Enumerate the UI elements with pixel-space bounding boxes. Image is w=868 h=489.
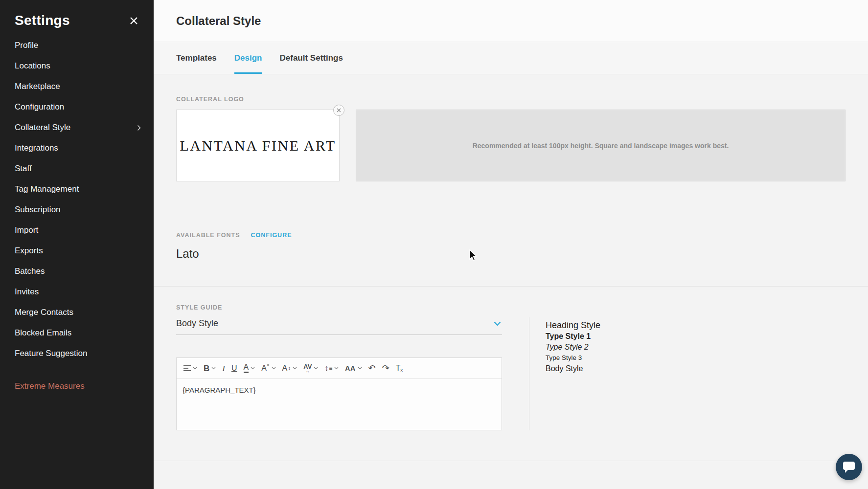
preview-body-style: Body Style xyxy=(546,363,600,374)
toolbar-font-family-button[interactable]: A≡ xyxy=(258,362,278,375)
font-size-icon: A xyxy=(282,364,288,372)
line-height-icon: ↕ xyxy=(324,364,328,372)
sidebar-item-blocked-emails[interactable]: Blocked Emails xyxy=(0,323,154,343)
sidebar-item-import[interactable]: Import xyxy=(0,220,154,241)
remove-logo-button[interactable] xyxy=(333,105,344,116)
sidebar-item-label: Marketplace xyxy=(15,82,60,91)
underline-icon: U xyxy=(231,364,237,372)
sidebar-item-label: Tag Management xyxy=(15,184,79,194)
sidebar-item-marketplace[interactable]: Marketplace xyxy=(0,76,154,97)
sidebar-item-label: Collateral Style xyxy=(15,123,70,133)
line-height-modifier: ≡ xyxy=(329,365,332,371)
toolbar-font-size-button[interactable]: A↕ xyxy=(279,362,300,375)
chevron-down-icon xyxy=(193,367,197,370)
sidebar-item-exports[interactable]: Exports xyxy=(0,241,154,261)
dropzone-hint: Recommended at least 100px height. Squar… xyxy=(473,142,729,150)
sidebar-item-integrations[interactable]: Integrations xyxy=(0,138,154,158)
toolbar-align-button[interactable] xyxy=(181,363,200,374)
sidebar-item-batches[interactable]: Batches xyxy=(0,261,154,282)
capitalization-icon: AA xyxy=(345,365,355,372)
sidebar-header: Settings xyxy=(0,0,154,35)
sidebar-item-invites[interactable]: Invites xyxy=(0,282,154,302)
sidebar-item-label: Merge Contacts xyxy=(15,308,73,317)
sidebar-item-configuration[interactable]: Configuration xyxy=(0,97,154,117)
collateral-logo-section: COLLATERAL LOGO LANTANA FINE ART Recomme… xyxy=(154,74,868,212)
sidebar-item-label: Profile xyxy=(15,41,38,50)
sidebar-item-label: Invites xyxy=(15,287,39,297)
tab-templates[interactable]: Templates xyxy=(176,42,217,74)
sidebar-item-label: Integrations xyxy=(15,143,58,153)
sidebar-item-subscription[interactable]: Subscription xyxy=(0,200,154,220)
chevron-down-icon xyxy=(494,321,501,326)
italic-icon: I xyxy=(222,364,225,373)
chevron-down-icon xyxy=(314,367,318,370)
rich-text-editor: BIUAA≡A↕AV↔↕≡AA↶↷Tx {PARAGRAPH_TEXT} xyxy=(176,357,502,430)
collateral-logo-label: COLLATERAL LOGO xyxy=(176,96,845,103)
style-preview-panel: Heading StyleType Style 1Type Style 2Typ… xyxy=(529,317,600,430)
tab-design[interactable]: Design xyxy=(234,42,262,74)
clear-formatting-modifier: x xyxy=(401,368,403,373)
sidebar-item-merge-contacts[interactable]: Merge Contacts xyxy=(0,302,154,323)
editor-toolbar: BIUAA≡A↕AV↔↕≡AA↶↷Tx xyxy=(177,358,502,379)
font-name: Lato xyxy=(176,247,845,261)
undo-icon: ↶ xyxy=(368,364,376,373)
toolbar-capitalization-button[interactable]: AA xyxy=(342,362,365,374)
sidebar-item-extreme-measures[interactable]: Extreme Measures xyxy=(0,376,154,397)
toolbar-line-height-button[interactable]: ↕≡ xyxy=(321,362,342,375)
toolbar-letter-spacing-button[interactable]: AV↔ xyxy=(300,361,321,376)
toolbar-italic-button[interactable]: I xyxy=(219,362,228,375)
sidebar-item-profile[interactable]: Profile xyxy=(0,35,154,56)
redo-icon: ↷ xyxy=(382,364,389,373)
align-left-icon xyxy=(183,365,191,371)
sidebar-item-locations[interactable]: Locations xyxy=(0,56,154,76)
sidebar-item-label: Blocked Emails xyxy=(15,328,71,338)
available-fonts-section: AVAILABLE FONTS CONFIGURE Lato xyxy=(154,212,868,287)
toolbar-clear-formatting-button[interactable]: Tx xyxy=(393,362,406,375)
chat-bubble-icon xyxy=(843,461,855,473)
clear-formatting-icon: T xyxy=(396,364,401,372)
toolbar-text-color-button[interactable]: A xyxy=(241,361,258,376)
page-title: Collateral Style xyxy=(176,14,261,28)
sidebar-item-feature-suggestion[interactable]: Feature Suggestion xyxy=(0,343,154,364)
logo-dropzone[interactable]: Recommended at least 100px height. Squar… xyxy=(356,110,845,181)
chevron-down-icon xyxy=(293,367,297,370)
sidebar-item-staff[interactable]: Staff xyxy=(0,158,154,179)
font-family-icon: A xyxy=(261,364,267,372)
preview-type-style-1: Type Style 1 xyxy=(546,331,600,342)
sidebar-nav: ProfileLocationsMarketplaceConfiguration… xyxy=(0,35,154,364)
chevron-down-icon xyxy=(334,367,339,370)
font-family-modifier: ≡ xyxy=(267,364,270,368)
sidebar-item-label: Import xyxy=(15,225,38,235)
text-color-icon: A xyxy=(244,363,249,373)
sidebar-item-collateral-style[interactable]: Collateral Style xyxy=(0,117,154,138)
style-select-value: Body Style xyxy=(176,318,218,329)
logo-text: LANTANA FINE ART xyxy=(180,137,336,154)
letter-spacing-icon: AV↔ xyxy=(303,363,312,374)
editor-content[interactable]: {PARAGRAPH_TEXT} xyxy=(177,379,502,430)
toolbar-underline-button[interactable]: U xyxy=(228,362,240,375)
main-panel: Collateral Style Templates Design Defaul… xyxy=(154,0,868,489)
chevron-down-icon xyxy=(272,367,276,370)
sidebar-item-label: Exports xyxy=(15,246,43,256)
sidebar-item-label: Subscription xyxy=(15,205,61,215)
chat-widget-button[interactable] xyxy=(836,454,862,480)
preview-type-style-2: Type Style 2 xyxy=(546,342,600,353)
close-icon[interactable] xyxy=(128,15,140,27)
configure-fonts-link[interactable]: CONFIGURE xyxy=(251,232,292,239)
chevron-right-icon xyxy=(137,125,141,131)
sidebar-item-label: Configuration xyxy=(15,102,64,112)
sidebar-item-tag-management[interactable]: Tag Management xyxy=(0,179,154,200)
sidebar-item-label: Locations xyxy=(15,61,50,71)
toolbar-redo-button[interactable]: ↷ xyxy=(379,361,392,375)
sidebar-item-label: Batches xyxy=(15,267,45,276)
tab-bar: Templates Design Default Settings xyxy=(154,42,868,74)
style-guide-section: STYLE GUIDE Body Style BIUAA≡A↕AV↔↕≡AA↶↷… xyxy=(154,287,868,461)
preview-heading-style: Heading Style xyxy=(546,320,600,331)
style-select-dropdown[interactable]: Body Style xyxy=(176,317,502,335)
preview-type-style-3: Type Style 3 xyxy=(546,353,600,363)
chevron-down-icon xyxy=(211,367,216,370)
tab-default-settings[interactable]: Default Settings xyxy=(280,42,343,74)
available-fonts-label: AVAILABLE FONTS xyxy=(176,232,240,239)
toolbar-bold-button[interactable]: B xyxy=(201,362,219,375)
toolbar-undo-button[interactable]: ↶ xyxy=(365,361,379,375)
